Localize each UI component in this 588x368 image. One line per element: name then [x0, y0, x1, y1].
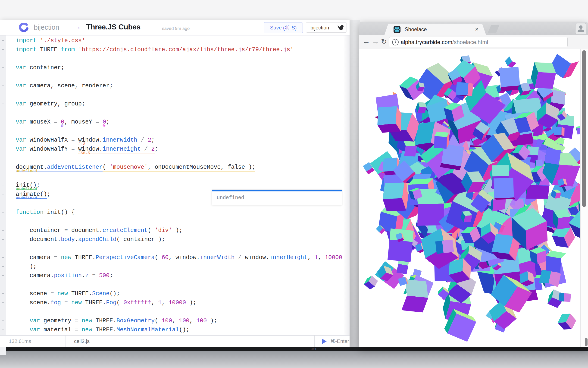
inline-eval-annotation: 0	[61, 124, 63, 128]
code-token: THREE.	[75, 254, 96, 261]
fold-marker[interactable]	[2, 149, 4, 149]
code-token: =	[75, 317, 82, 324]
url-text[interactable]: alpha.trycarbide.com/shoelace.html	[401, 39, 488, 46]
tab-close-icon[interactable]: ×	[475, 26, 479, 33]
editor-scrollbar[interactable]	[343, 36, 350, 343]
fold-marker[interactable]	[2, 167, 4, 167]
code-token: 60	[162, 254, 168, 261]
code-token: 2	[151, 146, 155, 153]
code-token: document.	[71, 227, 103, 234]
forward-icon[interactable]: →	[372, 37, 379, 46]
url-domain: alpha.trycarbide.com	[401, 39, 452, 45]
code-token: (	[103, 164, 109, 172]
code-line: import './style.css'	[16, 36, 85, 45]
desktop-background	[0, 351, 588, 368]
code-token: new	[61, 254, 75, 261]
code-token: ,	[189, 317, 196, 324]
execution-time: 132.61ms	[9, 338, 31, 344]
code-token: ;	[106, 119, 109, 125]
fold-marker[interactable]	[2, 266, 4, 267]
fold-marker[interactable]	[2, 122, 4, 122]
fold-marker[interactable]	[2, 104, 4, 104]
threejs-cubes-render	[359, 49, 580, 347]
fold-marker[interactable]	[2, 194, 4, 194]
code-token: 1	[158, 299, 162, 306]
outer-scrollbar-thumb[interactable]	[585, 338, 588, 346]
code-token: =	[75, 327, 82, 333]
code-token: ;	[155, 146, 158, 153]
editor-header: bijection › Three.JS Cubes saved 9m ago …	[0, 20, 350, 36]
code-token: =	[71, 137, 78, 143]
page-scrollbar-thumb[interactable]	[582, 50, 586, 207]
url-bar[interactable]: i alpha.trycarbide.com/shoelace.html ☆ U…	[389, 37, 568, 47]
run-shortcut-label: ⌘-Enter	[330, 338, 349, 344]
fold-marker[interactable]	[2, 321, 4, 321]
code-token: =	[92, 272, 99, 279]
fold-marker[interactable]	[2, 185, 4, 185]
code-line: document.addEventListener( 'mousemove', …	[16, 163, 255, 172]
fold-marker[interactable]	[2, 85, 4, 86]
fold-marker[interactable]	[2, 67, 4, 68]
code-token: windowHalfY	[30, 146, 71, 153]
fold-marker[interactable]	[2, 330, 4, 330]
eval-tooltip-accent-bar	[212, 190, 342, 191]
code-token: =	[64, 299, 71, 306]
code-token: ,	[151, 299, 158, 306]
browser-viewport	[359, 49, 588, 347]
account-button[interactable]: bijection	[306, 22, 347, 33]
browser-titlebar: Shoelace ×	[359, 22, 588, 35]
code-token: var	[16, 101, 30, 107]
fold-marker[interactable]	[2, 49, 4, 50]
profile-avatar-button[interactable]	[575, 23, 586, 34]
code-token: );	[16, 263, 36, 270]
code-token: body	[61, 236, 75, 243]
code-token: fog	[51, 299, 64, 306]
saved-status: saved 9m ago	[162, 26, 190, 31]
code-token: appendChild	[78, 236, 116, 243]
reload-icon[interactable]: ↻	[381, 37, 387, 46]
inline-eval-annotation: 256.5	[78, 151, 90, 155]
carbide-logo-icon[interactable]	[19, 23, 29, 32]
code-token: camera	[16, 254, 54, 261]
page-scrollbar[interactable]	[580, 49, 588, 347]
back-icon[interactable]: ←	[362, 37, 370, 46]
code-token: =	[71, 146, 78, 153]
code-token: =	[64, 227, 71, 234]
code-line: var mouseX = 0, mouseY = 0;00	[16, 118, 109, 127]
fold-marker[interactable]	[2, 212, 4, 212]
fold-marker[interactable]	[2, 230, 4, 230]
fold-marker[interactable]	[2, 140, 4, 140]
code-token: PerspectiveCamera	[96, 254, 155, 261]
code-token: THREE.	[96, 327, 116, 333]
person-icon	[576, 23, 586, 34]
browser-tab[interactable]: Shoelace ×	[384, 24, 486, 35]
code-token: 0xffffff	[123, 299, 151, 306]
code-token: z	[85, 272, 92, 279]
code-token: innerHeight	[103, 146, 141, 153]
fold-marker[interactable]	[2, 293, 4, 294]
code-token: THREE.	[71, 290, 92, 297]
code-token: 10000	[325, 254, 342, 261]
code-token: document.	[16, 236, 61, 243]
code-line: );	[16, 262, 36, 271]
code-token: (	[155, 254, 162, 261]
fold-marker[interactable]	[2, 257, 4, 258]
fold-marker[interactable]	[2, 303, 4, 303]
code-token: 10000	[168, 299, 186, 306]
code-token: ,	[172, 317, 179, 324]
code-token: .	[75, 236, 78, 243]
browser-window: Shoelace × ← → ↻ i alpha.trycarbide.com/…	[359, 22, 588, 347]
fold-marker[interactable]	[2, 275, 4, 276]
cell-filename[interactable]: cell2.js	[74, 338, 90, 344]
code-token: 'https://cdnjs.cloudflare.com/ajax/libs/…	[78, 46, 294, 53]
code-token: container;	[30, 64, 64, 71]
page-title[interactable]: Three.JS Cubes	[86, 23, 140, 31]
new-tab-button[interactable]	[488, 25, 500, 33]
fold-marker[interactable]	[2, 239, 4, 240]
fold-marker[interactable]	[2, 40, 4, 41]
run-cell-button[interactable]	[322, 339, 327, 344]
save-button[interactable]: Save (⌘-S)	[264, 22, 303, 33]
code-token: innerWidth	[103, 137, 137, 144]
page-info-icon[interactable]: i	[392, 39, 399, 46]
breadcrumb-project[interactable]: bijection	[34, 23, 59, 31]
